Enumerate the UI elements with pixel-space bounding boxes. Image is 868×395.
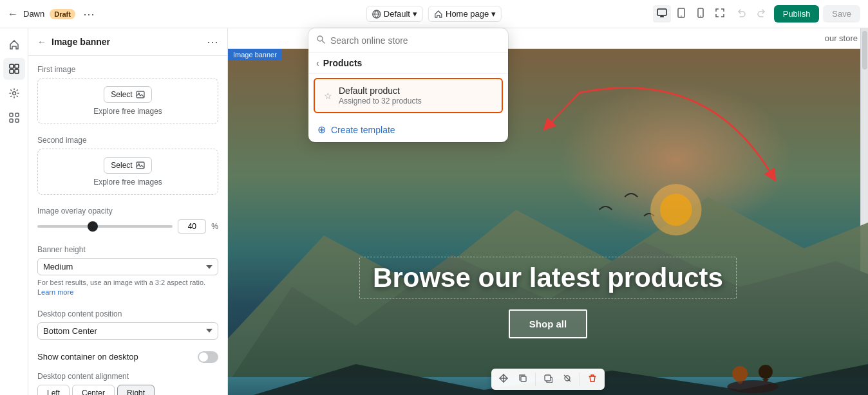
copy-icon: [543, 374, 552, 383]
align-left-button[interactable]: Left: [37, 385, 70, 395]
tablet-view-button[interactable]: [672, 5, 690, 23]
container-label: Show container on desktop: [37, 352, 138, 362]
image-icon-2: [136, 161, 145, 170]
sections-icon: [8, 63, 20, 75]
explore-link-1[interactable]: Explore free images: [93, 107, 162, 116]
undo-button[interactable]: [733, 5, 751, 23]
second-image-area: Select Explore free images: [37, 149, 218, 195]
create-template-row[interactable]: ⊕ Create template: [308, 117, 508, 142]
align-right-button[interactable]: Right: [117, 385, 155, 395]
desktop-icon: [657, 8, 667, 18]
item-sub: Assigned to 32 products: [339, 96, 493, 106]
store-link-text: our store: [825, 33, 858, 43]
mobile-view-button[interactable]: [692, 5, 710, 23]
svg-point-10: [12, 92, 15, 95]
desktop-position-select[interactable]: Bottom Center Bottom Left Bottom Right M…: [37, 322, 218, 340]
second-image-select-row: Select: [104, 157, 151, 174]
overlay-label: Image overlay opacity: [37, 207, 218, 216]
undo-redo: [733, 5, 770, 23]
toolbar-delete-button[interactable]: [584, 371, 601, 387]
banner-height-select[interactable]: Medium Small Large Adapt to first image: [37, 258, 218, 275]
first-image-select-button[interactable]: Select: [104, 86, 151, 103]
theme-selector[interactable]: Default ▾: [366, 6, 423, 22]
item-name: Default product: [339, 86, 493, 96]
app-name: Dawn: [23, 9, 44, 19]
move-icon: [499, 374, 508, 383]
explore-link-2[interactable]: Explore free images: [93, 178, 162, 187]
delete-icon: [588, 374, 597, 383]
align-center-button[interactable]: Center: [72, 385, 115, 395]
icon-bar: [0, 28, 28, 395]
toolbar-hide-button[interactable]: [559, 371, 576, 387]
toolbar-duplicate-button[interactable]: [514, 371, 531, 387]
page-chevron: ▾: [491, 9, 496, 19]
scroll-thumb: [862, 31, 867, 69]
toolbar-copy-button[interactable]: [540, 371, 556, 387]
nav-sections-button[interactable]: [3, 58, 25, 80]
svg-rect-14: [15, 119, 19, 122]
learn-more-link[interactable]: Learn more: [37, 288, 73, 296]
apps-icon: [8, 112, 20, 124]
save-button[interactable]: Save: [823, 5, 860, 23]
star-icon: ☆: [324, 91, 332, 101]
first-image-select-row: Select: [104, 86, 151, 103]
svg-point-25: [759, 365, 773, 379]
default-product-item[interactable]: ☆ Default product Assigned to 32 product…: [314, 78, 503, 113]
breadcrumb-back-button[interactable]: ‹: [316, 58, 319, 68]
svg-rect-12: [15, 113, 19, 116]
svg-point-27: [660, 194, 692, 226]
alignment-field: Desktop content alignment Left Center Ri…: [37, 372, 218, 395]
draft-badge: Draft: [50, 9, 75, 19]
app-more-button[interactable]: ⋯: [80, 7, 97, 21]
banner-height-field: Banner height Medium Small Large Adapt t…: [37, 245, 218, 298]
theme-chevron: ▾: [413, 9, 417, 19]
fullscreen-view-button[interactable]: [711, 5, 729, 23]
container-toggle[interactable]: [198, 351, 218, 363]
search-input[interactable]: [330, 35, 500, 46]
desktop-view-button[interactable]: [653, 5, 671, 23]
svg-rect-8: [10, 69, 14, 73]
svg-point-5: [700, 15, 701, 17]
topbar-center: Default ▾ Home page ▾: [366, 6, 502, 22]
topbar-left: ← Dawn Draft ⋯: [8, 7, 97, 21]
svg-point-23: [727, 380, 778, 393]
topbar-right: Publish Save: [653, 5, 860, 23]
svg-point-24: [732, 366, 748, 381]
panel-title: Image banner: [52, 37, 202, 47]
toolbar-move-button[interactable]: [495, 371, 512, 387]
overlay-opacity-field: Image overlay opacity %: [37, 207, 218, 234]
panel-more-button[interactable]: ⋯: [207, 35, 218, 49]
panel-back-button[interactable]: ←: [37, 37, 46, 47]
second-image-select-button[interactable]: Select: [104, 157, 151, 174]
nav-home-button[interactable]: [3, 33, 25, 55]
redo-button[interactable]: [752, 5, 770, 23]
desktop-position-field: Desktop content position Bottom Center B…: [37, 309, 218, 340]
banner-toolbar: [491, 369, 605, 390]
tablet-icon: [676, 8, 686, 18]
banner-title: Browse our latest products: [359, 257, 737, 299]
svg-point-3: [681, 15, 682, 17]
svg-rect-28: [521, 376, 526, 381]
first-image-field: First image Select Explore free images: [37, 65, 218, 124]
select-label-2: Select: [111, 161, 132, 170]
view-icons: [653, 5, 729, 23]
breadcrumb-row: ‹ Products: [308, 53, 508, 74]
svg-rect-6: [10, 64, 14, 68]
page-label: Home page: [446, 9, 489, 19]
page-selector[interactable]: Home page ▾: [428, 6, 502, 22]
shop-all-button[interactable]: Shop all: [509, 309, 587, 338]
svg-rect-1: [657, 9, 666, 15]
opacity-slider[interactable]: [37, 225, 173, 228]
banner-content: Browse our latest products Shop all: [228, 257, 868, 338]
panel-content: First image Select Explore free images: [28, 56, 227, 395]
image-icon-1: [136, 90, 145, 99]
banner-height-hint: For best results, use an image with a 3:…: [37, 278, 218, 298]
opacity-row: %: [37, 219, 218, 234]
nav-apps-button[interactable]: [3, 107, 25, 129]
opacity-input[interactable]: [178, 219, 206, 234]
first-image-label: First image: [37, 65, 218, 74]
publish-button[interactable]: Publish: [774, 5, 820, 23]
undo-icon: [737, 8, 747, 18]
nav-settings-button[interactable]: [3, 82, 25, 104]
back-icon[interactable]: ←: [8, 8, 18, 20]
